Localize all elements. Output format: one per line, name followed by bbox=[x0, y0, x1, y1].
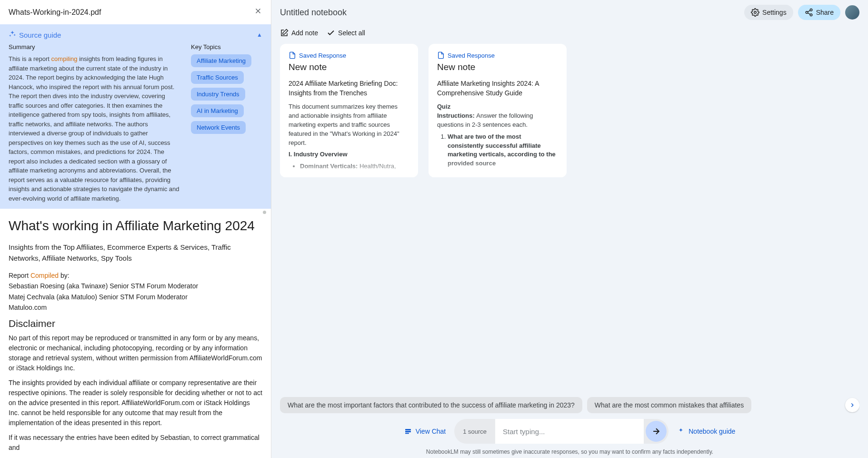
topic-chip[interactable]: Affiliate Marketing bbox=[191, 54, 251, 67]
chat-input[interactable] bbox=[495, 419, 644, 444]
notes-area: Saved Response New note 2024 Affiliate M… bbox=[271, 41, 868, 393]
send-button[interactable] bbox=[646, 421, 667, 442]
svg-line-5 bbox=[808, 10, 810, 12]
note-heading: Affiliate Marketing Insights 2024: A Com… bbox=[437, 79, 558, 98]
summary-label: Summary bbox=[9, 43, 180, 51]
disclaimer-para: If it was necessary the entries have bee… bbox=[9, 433, 262, 453]
svg-point-0 bbox=[754, 11, 757, 14]
notebook-panel: Untitled notebook Settings Share Add not… bbox=[271, 0, 868, 458]
notebook-header: Untitled notebook Settings Share bbox=[271, 0, 868, 25]
document-content: What's working in Affiliate Marketing 20… bbox=[0, 209, 271, 458]
svg-line-4 bbox=[808, 13, 810, 14]
doc-intro: Insights from the Top Affiliates, Ecomme… bbox=[9, 242, 262, 264]
sparkle-icon bbox=[9, 30, 16, 40]
summary-text: This is a report compiling insights from… bbox=[9, 54, 180, 203]
svg-point-1 bbox=[810, 9, 812, 11]
chat-icon bbox=[404, 427, 412, 435]
disclaimer-para: No part of this report may be reproduced… bbox=[9, 333, 262, 373]
note-body: Quiz Instructions: Answer the following … bbox=[437, 102, 558, 168]
note-title: New note bbox=[437, 62, 558, 72]
notebook-guide-button[interactable]: Notebook guide bbox=[677, 427, 735, 435]
source-count[interactable]: 1 source bbox=[454, 428, 495, 435]
share-icon bbox=[805, 8, 813, 17]
add-note-button[interactable]: Add note bbox=[280, 29, 318, 37]
bottom-bar: What are the most important factors that… bbox=[271, 393, 868, 458]
user-avatar[interactable] bbox=[845, 5, 859, 20]
add-note-icon bbox=[280, 29, 289, 37]
share-button[interactable]: Share bbox=[798, 5, 840, 20]
saved-response-badge: Saved Response bbox=[289, 51, 409, 59]
author-line: Sebastian Roesing (aka Twinaxe) Senior S… bbox=[9, 281, 262, 291]
saved-response-badge: Saved Response bbox=[437, 51, 558, 59]
highlighted-word: compiling bbox=[51, 55, 78, 62]
check-icon bbox=[327, 29, 335, 37]
topic-chip[interactable]: Traffic Sources bbox=[191, 71, 244, 84]
footer-disclaimer: NotebookLM may still sometimes give inac… bbox=[280, 448, 859, 455]
source-guide-header[interactable]: Source guide ▲ bbox=[9, 30, 262, 40]
close-button[interactable] bbox=[254, 7, 262, 18]
site-line: Matuloo.com bbox=[9, 302, 262, 313]
topic-chip[interactable]: Network Events bbox=[191, 121, 246, 134]
author-line: Matej Cechvala (aka Matuloo) Senior STM … bbox=[9, 292, 262, 302]
disclaimer-heading: Disclaimer bbox=[9, 318, 262, 329]
left-source-panel: Whats-Working-in-2024.pdf Source guide ▲… bbox=[0, 0, 271, 458]
options-dot-icon[interactable] bbox=[263, 211, 266, 214]
gear-icon bbox=[751, 8, 759, 17]
next-suggestion-button[interactable] bbox=[845, 398, 859, 412]
svg-rect-7 bbox=[405, 431, 411, 432]
compiled-by-line: Report Compiled by: bbox=[9, 270, 262, 281]
suggestion-chip[interactable]: What are the most important factors that… bbox=[280, 397, 582, 413]
arrow-right-icon bbox=[651, 427, 661, 436]
sparkle-icon bbox=[677, 427, 685, 435]
svg-rect-6 bbox=[405, 429, 411, 430]
svg-rect-8 bbox=[405, 433, 409, 434]
left-header: Whats-Working-in-2024.pdf bbox=[0, 0, 271, 24]
notes-toolbar: Add note Select all bbox=[271, 25, 868, 41]
close-icon bbox=[254, 7, 262, 15]
note-heading: 2024 Affiliate Marketing Briefing Doc: I… bbox=[289, 79, 409, 98]
source-guide-section: Source guide ▲ Summary This is a report … bbox=[0, 24, 271, 209]
note-icon bbox=[289, 51, 296, 59]
suggestion-chip[interactable]: What are the most common mistakes that a… bbox=[587, 397, 751, 413]
chevron-right-icon bbox=[849, 402, 856, 408]
topic-chip[interactable]: Industry Trends bbox=[191, 88, 245, 101]
svg-point-3 bbox=[810, 14, 812, 16]
key-topics-label: Key Topics bbox=[191, 43, 262, 51]
note-card[interactable]: Saved Response New note Affiliate Market… bbox=[429, 44, 567, 177]
chat-input-wrap: 1 source bbox=[454, 419, 668, 444]
note-title: New note bbox=[289, 62, 409, 72]
file-title: Whats-Working-in-2024.pdf bbox=[9, 8, 101, 17]
note-body: This document summarizes key themes and … bbox=[289, 102, 409, 171]
suggestion-row: What are the most important factors that… bbox=[280, 397, 859, 413]
notebook-title[interactable]: Untitled notebook bbox=[280, 8, 347, 18]
chat-input-row: View Chat 1 source Notebook guide bbox=[280, 419, 859, 444]
disclaimer-para: The insights provided by each individual… bbox=[9, 378, 262, 428]
view-chat-button[interactable]: View Chat bbox=[404, 427, 446, 435]
note-card[interactable]: Saved Response New note 2024 Affiliate M… bbox=[280, 44, 418, 177]
source-guide-title: Source guide bbox=[19, 31, 61, 39]
select-all-button[interactable]: Select all bbox=[327, 29, 365, 37]
chevron-up-icon[interactable]: ▲ bbox=[257, 31, 262, 38]
svg-point-2 bbox=[806, 11, 808, 14]
note-icon bbox=[437, 51, 445, 59]
topic-chip[interactable]: AI in Marketing bbox=[191, 104, 244, 117]
settings-button[interactable]: Settings bbox=[744, 5, 793, 20]
doc-heading: What's working in Affiliate Marketing 20… bbox=[9, 218, 262, 234]
